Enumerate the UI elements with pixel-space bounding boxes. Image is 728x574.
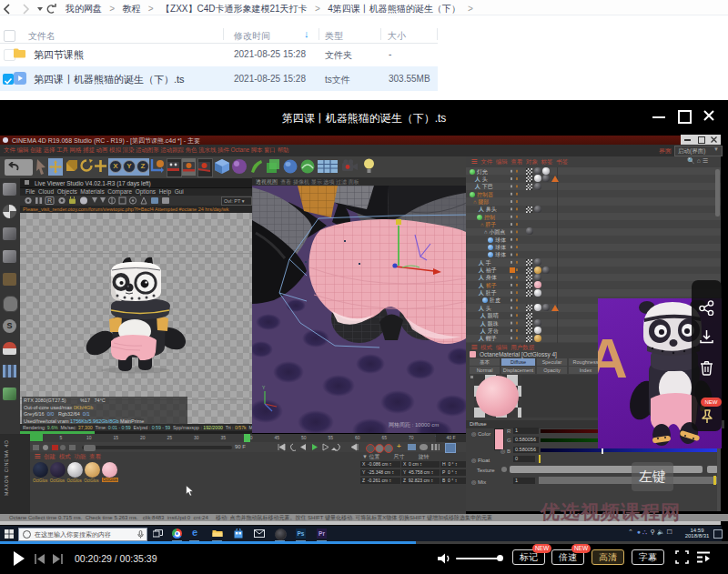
- svg-text:网格间距 : 10000 cm: 网格间距 : 10000 cm: [389, 421, 439, 428]
- svg-text:R: R: [47, 197, 52, 204]
